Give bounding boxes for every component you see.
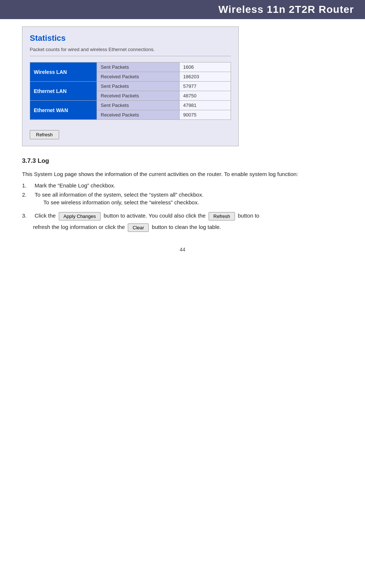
statistics-box: Statistics Packet counts for wired and w… bbox=[22, 26, 239, 146]
clear-button[interactable]: Clear bbox=[128, 223, 149, 232]
wireless-received-value: 186203 bbox=[179, 72, 231, 82]
header-title: Wireless 11n 2T2R Router bbox=[218, 4, 354, 15]
step3-text-middle: button to activate. You could also click… bbox=[104, 212, 207, 219]
step1: 1. Mark the “Enable Log” checkbox. bbox=[22, 182, 343, 189]
ethernetwan-received-label: Received Packets bbox=[97, 110, 179, 120]
step3-line: 3. Click the Apply Changes button to act… bbox=[22, 211, 343, 220]
apply-changes-button[interactable]: Apply Changes bbox=[59, 212, 101, 220]
statistics-title: Statistics bbox=[30, 33, 231, 43]
ethernet-lan-label: Ethernet LAN bbox=[30, 82, 97, 101]
section-heading: 3.7.3 Log bbox=[22, 157, 343, 165]
step3-text-after: button to bbox=[238, 212, 259, 219]
wireless-sent-label: Sent Packets bbox=[97, 62, 179, 72]
ethernetwan-sent-label: Sent Packets bbox=[97, 101, 179, 110]
ethernetlan-sent-label: Sent Packets bbox=[97, 82, 179, 91]
step2-num: 2. bbox=[22, 191, 33, 198]
step2-indent: To see wireless information only, select… bbox=[43, 199, 343, 205]
statistics-table: Wireless LAN Sent Packets 1606 Received … bbox=[30, 62, 231, 120]
ethernetlan-received-value: 48750 bbox=[179, 91, 231, 101]
table-row: Ethernet WAN Sent Packets 47981 bbox=[30, 101, 231, 110]
intro-paragraph: This System Log page shows the informati… bbox=[22, 170, 343, 179]
refresh-button[interactable]: Refresh bbox=[30, 130, 59, 139]
wireless-received-label: Received Packets bbox=[97, 72, 179, 82]
step3-continuation: refresh the log information or click the… bbox=[33, 222, 343, 232]
step3-num: 3. bbox=[22, 211, 33, 220]
wireless-sent-value: 1606 bbox=[179, 62, 231, 72]
ethernet-wan-label: Ethernet WAN bbox=[30, 101, 97, 120]
header: Wireless 11n 2T2R Router bbox=[0, 0, 365, 19]
ethernetlan-received-label: Received Packets bbox=[97, 91, 179, 101]
step1-text: Mark the “Enable Log” checkbox. bbox=[35, 182, 343, 189]
ethernetwan-received-value: 90075 bbox=[179, 110, 231, 120]
statistics-description: Packet counts for wired and wireless Eth… bbox=[30, 47, 231, 56]
main-content: Statistics Packet counts for wired and w… bbox=[0, 19, 365, 267]
ethernetwan-sent-value: 47981 bbox=[179, 101, 231, 110]
refresh-button-inline[interactable]: Refresh bbox=[209, 212, 235, 220]
ethernetlan-sent-value: 57977 bbox=[179, 82, 231, 91]
step3-end: button to clean the log table. bbox=[152, 224, 221, 230]
wireless-lan-label: Wireless LAN bbox=[30, 62, 97, 82]
table-row: Wireless LAN Sent Packets 1606 bbox=[30, 62, 231, 72]
table-row: Ethernet LAN Sent Packets 57977 bbox=[30, 82, 231, 91]
step2-text: To see all information of the system, se… bbox=[35, 191, 343, 198]
step1-num: 1. bbox=[22, 182, 33, 189]
step3-text-before: Click the bbox=[35, 212, 57, 219]
page-number: 44 bbox=[22, 247, 343, 252]
step2: 2. To see all information of the system,… bbox=[22, 191, 343, 198]
